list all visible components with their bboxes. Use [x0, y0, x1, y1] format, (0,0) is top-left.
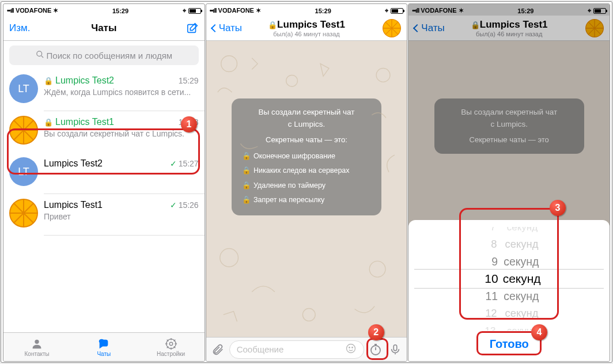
chevron-left-icon [211, 24, 219, 32]
wifi-icon: ✶ [256, 7, 261, 14]
done-button[interactable]: Готово [408, 334, 610, 354]
avatar: LT [9, 74, 38, 103]
svg-point-14 [169, 342, 173, 346]
status-bar: ••ıll VODAFONE ✶ 15:29 ⌖ [206, 4, 407, 16]
edit-button[interactable]: Изм. [9, 22, 30, 34]
chat-name: Lumpics Test1 [44, 200, 103, 210]
compose-bar: Сообщение [206, 337, 407, 361]
search-placeholder: Поиск по сообщениям и людям [47, 51, 173, 60]
lock-icon: 🔒 [242, 180, 249, 191]
chat-time: ✓15:27 [170, 159, 199, 168]
avatar [9, 199, 38, 227]
svg-point-21 [221, 56, 237, 72]
chat-preview: Привет [44, 211, 199, 222]
lock-icon: 🔒 [242, 151, 249, 162]
chat-row[interactable]: Lumpics Test1 ✓15:26 Привет [3, 194, 205, 236]
chat-body: Вы создали секретный чатс Lumpics. Секре… [206, 41, 407, 337]
wifi-icon: ✶ [53, 7, 58, 14]
lock-icon: 🔒 [242, 195, 249, 206]
avatar: LT [9, 157, 38, 186]
svg-rect-31 [394, 344, 398, 350]
chat-time: 15:28 [179, 117, 199, 127]
search-icon [36, 50, 44, 60]
chat-title: 🔒Lumpics Test1 [268, 19, 345, 31]
tab-contacts[interactable]: Контакты [3, 333, 70, 361]
check-icon: ✓ [170, 159, 177, 168]
svg-point-1 [36, 51, 41, 56]
tab-label: Настройки [157, 351, 185, 357]
chat-time: ✓15:26 [170, 200, 199, 210]
time-picker[interactable]: 7 8 9 10 11 12 13 секунд секунд секунд с… [408, 227, 610, 331]
tab-settings[interactable]: Настройки [137, 333, 204, 361]
doodle-bg [206, 41, 407, 337]
lock-icon: 🔒 [268, 21, 277, 29]
page-title: Чаты [91, 22, 116, 34]
message-placeholder: Сообщение [237, 344, 284, 354]
chat-subtitle: был(а) 46 минут назад [268, 31, 345, 37]
chat-name: 🔒Lumpics Test1 [44, 117, 114, 127]
svg-point-29 [352, 347, 353, 348]
tab-bar: Контакты Чаты Настройки [3, 332, 205, 361]
status-bar: ••ıll VODAFONE ✶ 15:29 ⌖ [3, 4, 205, 16]
status-time: 15:29 [112, 7, 128, 14]
panel-timer-picker: ••ıll VODAFONE ✶ 15:29 ⌖ Чаты 🔒Lumpics T… [408, 3, 610, 362]
bluetooth-icon: ⌖ [183, 7, 186, 14]
chat-time: 15:29 [179, 76, 199, 85]
svg-point-13 [99, 339, 104, 343]
nav-bar: Чаты 🔒Lumpics Test1 был(а) 46 минут наза… [206, 16, 407, 41]
action-sheet: 7 8 9 10 11 12 13 секунд секунд секунд с… [408, 220, 610, 361]
svg-point-12 [35, 339, 39, 343]
svg-point-23 [286, 75, 297, 86]
status-time: 15:29 [315, 7, 331, 14]
battery-icon [188, 8, 201, 14]
battery-icon [391, 8, 403, 14]
chat-preview: Ждём, когда Lumpics появится в сети... [44, 87, 199, 97]
chat-row[interactable]: LT Lumpics Test2 ✓15:27 [3, 153, 205, 194]
chat-row[interactable]: 🔒Lumpics Test1 15:28 Вы создали секретны… [3, 111, 205, 153]
svg-point-25 [369, 261, 385, 277]
svg-point-28 [349, 347, 350, 348]
mic-icon[interactable] [387, 342, 403, 358]
back-button[interactable]: Чаты [212, 22, 242, 34]
panel-chat-list: ••ıll VODAFONE ✶ 15:29 ⌖ Изм. Чаты Поиск… [3, 3, 205, 362]
avatar[interactable] [383, 19, 401, 37]
svg-point-24 [220, 249, 238, 267]
chat-name: 🔒Lumpics Test2 [44, 75, 114, 86]
chat-preview: Вы создали секретный чат с Lumpics. [44, 128, 199, 139]
svg-point-26 [302, 309, 315, 321]
attach-icon[interactable] [210, 342, 226, 358]
chat-name: Lumpics Test2 [44, 158, 103, 169]
lock-icon: 🔒 [44, 77, 53, 85]
check-icon: ✓ [170, 200, 177, 210]
timer-icon[interactable] [368, 342, 384, 358]
lock-icon: 🔒 [44, 118, 53, 127]
svg-point-27 [347, 344, 355, 353]
svg-point-22 [376, 69, 390, 82]
chat-list: LT 🔒Lumpics Test2 15:29 Ждём, когда Lump… [3, 70, 205, 236]
tab-chats[interactable]: Чаты [70, 333, 137, 361]
search-input[interactable]: Поиск по сообщениям и людям [9, 46, 199, 65]
compose-icon[interactable] [186, 22, 199, 35]
panel-chat-view: ••ıll VODAFONE ✶ 15:29 ⌖ Чаты 🔒Lumpics T… [206, 3, 408, 362]
avatar [9, 116, 38, 145]
chat-row[interactable]: LT 🔒Lumpics Test2 15:29 Ждём, когда Lump… [3, 70, 205, 111]
message-input[interactable]: Сообщение [229, 340, 365, 359]
lock-icon: 🔒 [242, 165, 249, 176]
tab-label: Контакты [25, 351, 50, 357]
sticker-icon[interactable] [345, 343, 357, 356]
tab-label: Чаты [97, 351, 111, 357]
bluetooth-icon: ⌖ [385, 7, 388, 14]
nav-bar: Изм. Чаты [3, 16, 205, 41]
